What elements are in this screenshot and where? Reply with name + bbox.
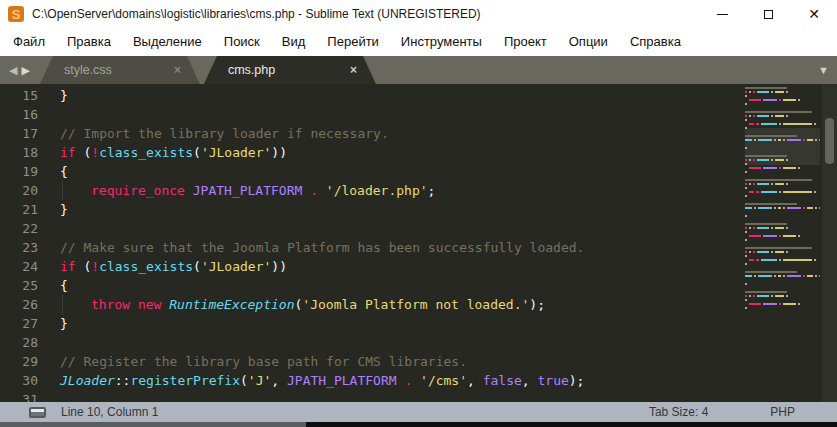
line-number[interactable]: 25 <box>0 276 38 295</box>
console-panel-icon[interactable] <box>29 407 46 418</box>
code-line-26[interactable]: 26throw new RuntimeException('Joomla Pla… <box>0 295 742 314</box>
window-bottom-edge-segment <box>0 422 306 427</box>
menu-item-9[interactable]: Опции <box>558 28 619 56</box>
code-line-29[interactable]: 29// Register the library base path for … <box>0 352 742 371</box>
cursor-position: Line 10, Column 1 <box>61 405 158 419</box>
code-text: // Register the library base path for CM… <box>60 352 467 371</box>
menu-item-1[interactable]: Файл <box>2 28 56 56</box>
code-line-15[interactable]: 15} <box>0 86 742 105</box>
tab-nav-arrows: ◀ ▶ <box>0 56 30 84</box>
code-line-31[interactable]: 31 <box>0 390 742 402</box>
minimap-row <box>745 255 820 257</box>
minimap[interactable] <box>745 84 820 402</box>
line-number[interactable]: 31 <box>0 390 38 402</box>
tab-cms.php[interactable]: cms.php× <box>204 56 376 84</box>
minimap-row <box>745 303 820 305</box>
minimap-row <box>745 291 820 293</box>
tab-overflow-icon[interactable]: ▼ <box>818 56 829 84</box>
minimize-button[interactable] <box>699 0 745 28</box>
editor-pane[interactable]: 15}1617// Import the library loader if n… <box>0 84 837 402</box>
code-text: JLoader::registerPrefix('J', JPATH_PLATF… <box>60 371 584 390</box>
menu-item-6[interactable]: Перейти <box>316 28 390 56</box>
code-line-17[interactable]: 17// Import the library loader if necess… <box>0 124 742 143</box>
minimap-row <box>745 239 820 241</box>
line-number[interactable]: 24 <box>0 257 38 276</box>
minimap-row <box>745 247 820 249</box>
minimap-row <box>745 263 820 265</box>
minimap-row <box>745 295 820 297</box>
line-number[interactable]: 23 <box>0 238 38 257</box>
code-text: } <box>60 314 68 333</box>
close-window-button[interactable]: ✕ <box>791 0 837 28</box>
code-line-21[interactable]: 21} <box>0 200 742 219</box>
code-text: { <box>60 162 68 181</box>
minimap-row <box>745 87 820 89</box>
menu-item-4[interactable]: Поиск <box>213 28 271 56</box>
line-number[interactable]: 30 <box>0 371 38 390</box>
line-number[interactable]: 16 <box>0 105 38 124</box>
minimap-row <box>745 243 820 245</box>
line-number[interactable]: 26 <box>0 295 38 314</box>
code-line-24[interactable]: 24if (!class_exists('JLoader')) <box>0 257 742 276</box>
minimap-row <box>745 183 820 185</box>
line-number[interactable]: 20 <box>0 181 38 200</box>
tab-size-indicator[interactable]: Tab Size: 4 <box>649 405 708 419</box>
minimap-row <box>745 267 820 269</box>
minimap-row <box>745 95 820 97</box>
menu-item-10[interactable]: Справка <box>619 28 692 56</box>
minimap-row <box>745 171 820 173</box>
code-text: throw new RuntimeException('Joomla Platf… <box>60 295 545 314</box>
close-tab-icon[interactable]: × <box>174 64 181 76</box>
line-number[interactable]: 21 <box>0 200 38 219</box>
line-number[interactable]: 18 <box>0 143 38 162</box>
vertical-scrollbar[interactable] <box>822 84 837 402</box>
line-number[interactable]: 28 <box>0 333 38 352</box>
code-line-25[interactable]: 25{ <box>0 276 742 295</box>
tab-style.css[interactable]: style.css× <box>40 56 200 84</box>
window-controls: ✕ <box>699 0 837 28</box>
title-bar[interactable]: S C:\OpenServer\domains\logistic\librari… <box>0 0 837 28</box>
minimap-row <box>745 307 820 309</box>
menu-item-8[interactable]: Проект <box>493 28 558 56</box>
code-area[interactable]: 15}1617// Import the library loader if n… <box>0 86 742 402</box>
minimap-row <box>745 203 820 205</box>
code-line-19[interactable]: 19{ <box>0 162 742 181</box>
code-line-30[interactable]: 30JLoader::registerPrefix('J', JPATH_PLA… <box>0 371 742 390</box>
minimap-row <box>745 123 820 125</box>
line-number[interactable]: 17 <box>0 124 38 143</box>
line-number[interactable]: 19 <box>0 162 38 181</box>
code-line-23[interactable]: 23// Make sure that the Joomla Platform … <box>0 238 742 257</box>
menu-item-7[interactable]: Инструменты <box>390 28 493 56</box>
minimap-row <box>745 283 820 285</box>
minimap-row <box>745 231 820 233</box>
line-number[interactable]: 27 <box>0 314 38 333</box>
line-number[interactable]: 29 <box>0 352 38 371</box>
menu-item-5[interactable]: Вид <box>271 28 317 56</box>
maximize-button[interactable] <box>745 0 791 28</box>
code-text: } <box>60 200 68 219</box>
window-bottom-edge <box>0 422 837 427</box>
minimap-row <box>745 279 820 281</box>
minimap-row <box>745 107 820 109</box>
line-number[interactable]: 15 <box>0 86 38 105</box>
sublime-text-app-icon: S <box>8 6 24 22</box>
tab-forward-icon[interactable]: ▶ <box>21 65 29 76</box>
code-line-20[interactable]: 20require_once JPATH_PLATFORM . '/loader… <box>0 181 742 200</box>
minimap-row <box>745 195 820 197</box>
menu-item-3[interactable]: Выделение <box>122 28 213 56</box>
code-line-18[interactable]: 18if (!class_exists('JLoader')) <box>0 143 742 162</box>
menu-item-2[interactable]: Правка <box>56 28 122 56</box>
window-title: C:\OpenServer\domains\logistic\libraries… <box>32 7 481 21</box>
close-tab-icon[interactable]: × <box>350 64 357 76</box>
tab-back-icon[interactable]: ◀ <box>9 65 17 76</box>
line-number[interactable]: 22 <box>0 219 38 238</box>
code-line-22[interactable]: 22 <box>0 219 742 238</box>
minimap-row <box>745 299 820 301</box>
code-line-16[interactable]: 16 <box>0 105 742 124</box>
scrollbar-thumb[interactable] <box>825 118 834 164</box>
code-text: if (!class_exists('JLoader')) <box>60 143 287 162</box>
code-line-27[interactable]: 27} <box>0 314 742 333</box>
code-line-28[interactable]: 28 <box>0 333 742 352</box>
syntax-indicator[interactable]: PHP <box>770 405 795 419</box>
minimap-row <box>745 175 820 177</box>
